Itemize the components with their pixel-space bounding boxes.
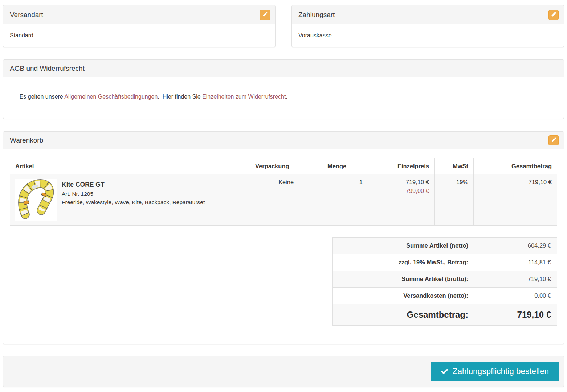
top-panels-row: Versandart Standard Zahlungsart Vorauska… bbox=[3, 5, 564, 47]
current-price: 719,10 € bbox=[373, 179, 429, 186]
summary-value: 719,10 € bbox=[474, 304, 557, 326]
cart-table-header-row: Artikel Verpackung Menge Einzelpreis MwS… bbox=[10, 158, 557, 174]
summary-value: 604,29 € bbox=[474, 238, 557, 254]
cart-panel-header: Warenkorb bbox=[3, 132, 564, 149]
cart-panel-body: Artikel Verpackung Menge Einzelpreis MwS… bbox=[3, 149, 564, 344]
product-features: Freeride, Wakestyle, Wave, Kite, Backpac… bbox=[62, 198, 205, 206]
order-action-bar: Zahlungspflichtig bestellen bbox=[3, 356, 564, 387]
pencil-icon bbox=[551, 12, 556, 18]
edit-shipping-button[interactable] bbox=[260, 10, 270, 20]
edit-payment-button[interactable] bbox=[548, 10, 559, 20]
terms-text-before: Es gelten unsere bbox=[20, 94, 65, 100]
terms-text-after: . bbox=[286, 94, 287, 100]
withdrawal-right-link[interactable]: Einzelheiten zum Widerrufsrecht bbox=[202, 94, 286, 100]
summary-label: Versandkosten (netto): bbox=[333, 288, 474, 304]
column-header-quantity: Menge bbox=[322, 158, 368, 174]
summary-value: 719,10 € bbox=[474, 271, 557, 288]
summary-row-vat: zzgl. 19% MwSt., Betrag: 114,81 € bbox=[333, 254, 557, 271]
summary-label: Summe Artikel (netto) bbox=[333, 238, 474, 254]
summary-value: 0,00 € bbox=[474, 288, 557, 304]
packaging-cell: Keine bbox=[250, 174, 322, 226]
summary-value: 114,81 € bbox=[474, 254, 557, 271]
summary-label: Gesamtbetrag: bbox=[333, 304, 474, 326]
terms-conditions-link[interactable]: Allgemeinen Geschäftsbedingungen bbox=[64, 94, 158, 100]
cart-summary-table: Summe Artikel (netto) 604,29 € zzgl. 19%… bbox=[332, 237, 557, 326]
check-icon bbox=[441, 368, 448, 375]
column-header-total: Gesamtbetrag bbox=[474, 158, 557, 174]
cart-panel-title: Warenkorb bbox=[10, 136, 43, 144]
terms-panel-title: AGB und Widerrufsrecht bbox=[10, 65, 85, 73]
product-art-nr: Art. Nr. 1205 bbox=[62, 190, 205, 198]
terms-text-middle: . Hier finden Sie bbox=[158, 94, 202, 100]
summary-label: Summe Artikel (brutto): bbox=[333, 271, 474, 288]
summary-label: zzgl. 19% MwSt., Betrag: bbox=[333, 254, 474, 271]
place-order-label: Zahlungspflichtig bestellen bbox=[453, 367, 549, 376]
vat-cell: 19% bbox=[435, 174, 474, 226]
pencil-icon bbox=[551, 137, 556, 143]
product-name: Kite CORE GT bbox=[62, 181, 205, 189]
column-header-article: Artikel bbox=[10, 158, 250, 174]
table-row: Kite CORE GT Art. Nr. 1205 Freeride, Wak… bbox=[10, 174, 557, 226]
total-cell: 719,10 € bbox=[474, 174, 557, 226]
checkout-page: Versandart Standard Zahlungsart Vorauska… bbox=[0, 0, 567, 392]
column-header-unit-price: Einzelpreis bbox=[368, 158, 435, 174]
terms-panel: AGB und Widerrufsrecht Es gelten unsere … bbox=[3, 59, 564, 119]
place-order-button[interactable]: Zahlungspflichtig bestellen bbox=[431, 362, 559, 381]
payment-method-value: Vorauskasse bbox=[292, 24, 564, 47]
payment-panel-header: Zahlungsart bbox=[292, 5, 564, 24]
summary-row-gross: Summe Artikel (brutto): 719,10 € bbox=[333, 271, 557, 288]
summary-row-net: Summe Artikel (netto) 604,29 € bbox=[333, 238, 557, 254]
terms-panel-header: AGB und Widerrufsrecht bbox=[3, 60, 564, 77]
pencil-icon bbox=[263, 12, 268, 18]
article-cell: Kite CORE GT Art. Nr. 1205 Freeride, Wak… bbox=[10, 174, 250, 226]
shipping-panel-title: Versandart bbox=[10, 11, 43, 19]
cart-items-table: Artikel Verpackung Menge Einzelpreis MwS… bbox=[10, 158, 557, 226]
column-header-packaging: Verpackung bbox=[250, 158, 322, 174]
summary-row-shipping: Versandkosten (netto): 0,00 € bbox=[333, 288, 557, 304]
old-price-strikethrough: 799,00 € bbox=[373, 187, 429, 194]
column-header-vat: MwSt bbox=[435, 158, 474, 174]
quantity-cell: 1 bbox=[322, 174, 368, 226]
terms-text: Es gelten unsere Allgemeinen Geschäftsbe… bbox=[3, 77, 564, 119]
cart-panel: Warenkorb Artikel Verpackung Menge bbox=[3, 131, 564, 344]
shipping-method-value: Standard bbox=[3, 24, 275, 47]
unit-price-cell: 719,10 € 799,00 € bbox=[368, 174, 435, 226]
payment-panel-title: Zahlungsart bbox=[298, 11, 335, 19]
edit-cart-button[interactable] bbox=[548, 135, 559, 145]
summary-row-grand-total: Gesamtbetrag: 719,10 € bbox=[333, 304, 557, 326]
shipping-panel: Versandart Standard bbox=[3, 5, 276, 47]
payment-panel: Zahlungsart Vorauskasse bbox=[291, 5, 564, 47]
shipping-panel-header: Versandart bbox=[3, 5, 275, 24]
product-image bbox=[15, 179, 57, 221]
